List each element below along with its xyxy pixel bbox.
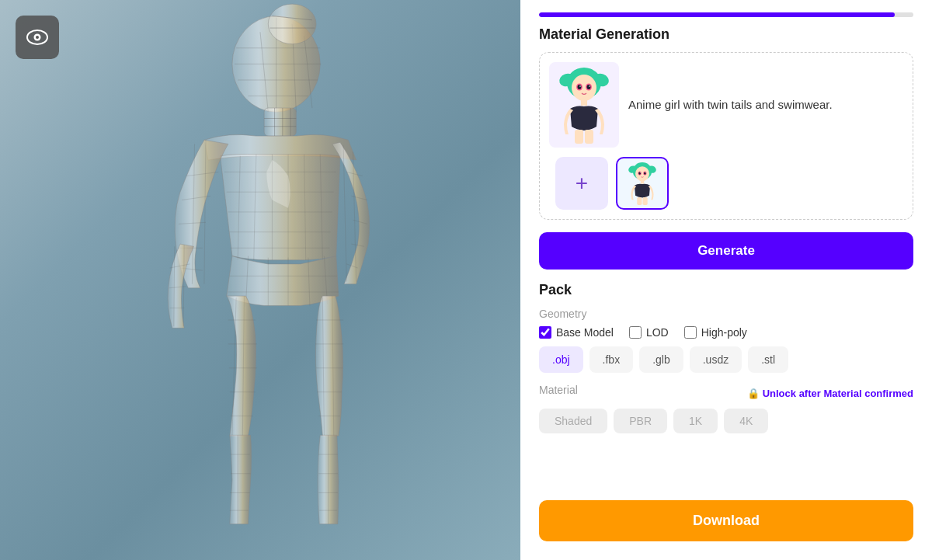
1k-button: 1K: [673, 409, 718, 433]
eye-icon: [26, 30, 48, 45]
svg-point-98: [635, 166, 649, 181]
svg-point-104: [645, 172, 645, 173]
svg-rect-105: [641, 180, 644, 183]
svg-point-91: [589, 85, 590, 87]
format-stl-button[interactable]: .stl: [748, 346, 788, 373]
character-svg: [553, 66, 615, 144]
svg-point-90: [579, 85, 581, 87]
checkbox-row: Base Model LOD High-poly: [539, 326, 913, 339]
geometry-label: Geometry: [539, 308, 913, 320]
progress-bar-track: [539, 12, 913, 17]
plus-icon: +: [576, 171, 588, 196]
material-generation-title: Material Generation: [539, 26, 913, 43]
svg-rect-92: [581, 99, 587, 106]
svg-rect-94: [585, 130, 593, 144]
checkbox-lod-input[interactable]: [629, 326, 642, 339]
checkbox-high-poly[interactable]: High-poly: [684, 326, 747, 339]
unlock-text: Unlock after Material confirmed: [763, 388, 913, 399]
svg-rect-93: [575, 130, 583, 144]
svg-point-101: [638, 172, 641, 174]
svg-rect-15: [264, 108, 296, 136]
checkbox-high-poly-label: High-poly: [701, 326, 747, 339]
progress-area: [539, 0, 913, 26]
character-preview-row: Anime girl with twin tails and swimwear.: [549, 62, 903, 148]
variant-thumbnail-1[interactable]: [616, 157, 669, 210]
viewport-background: [0, 0, 520, 560]
checkbox-base-model-label: Base Model: [556, 326, 614, 339]
format-obj-button[interactable]: .obj: [539, 346, 583, 373]
4k-button: 4K: [724, 409, 768, 433]
svg-point-103: [640, 172, 641, 173]
variant-character-svg: [621, 162, 664, 205]
pbr-button: PBR: [614, 409, 667, 433]
pack-section-title: Pack: [539, 282, 913, 298]
format-fbx-button[interactable]: .fbx: [589, 346, 634, 373]
unlock-link[interactable]: 🔒 Unlock after Material confirmed: [747, 388, 913, 399]
right-panel: Material Generation: [520, 0, 932, 560]
svg-point-85: [572, 75, 596, 101]
lock-icon: 🔒: [747, 388, 760, 399]
material-card: Anime girl with twin tails and swimwear.…: [539, 52, 913, 220]
svg-point-88: [578, 85, 582, 89]
material-generation-section: Material Generation: [539, 26, 913, 220]
svg-rect-107: [643, 197, 648, 205]
checkbox-base-model-input[interactable]: [539, 326, 551, 339]
format-usdz-button[interactable]: .usdz: [690, 346, 742, 373]
checkbox-lod-label: LOD: [646, 326, 669, 339]
svg-point-2: [36, 36, 39, 39]
format-glb-button[interactable]: .glb: [639, 346, 683, 373]
format-row: .obj .fbx .glb .usdz .stl: [539, 346, 913, 373]
mesh-figure: [0, 0, 520, 560]
3d-viewport: [0, 0, 520, 560]
checkbox-high-poly-input[interactable]: [684, 326, 697, 339]
visibility-toggle-button[interactable]: [16, 16, 59, 59]
material-row-header: Material 🔒 Unlock after Material confirm…: [539, 384, 913, 402]
svg-rect-106: [637, 197, 642, 205]
svg-point-89: [587, 85, 591, 89]
checkbox-base-model[interactable]: Base Model: [539, 326, 614, 339]
add-variant-button[interactable]: +: [555, 157, 608, 210]
generate-button[interactable]: Generate: [539, 232, 913, 270]
svg-point-102: [644, 172, 646, 174]
download-button[interactable]: Download: [539, 500, 913, 541]
variant-row: +: [549, 157, 903, 210]
checkbox-lod[interactable]: LOD: [629, 326, 669, 339]
svg-point-12: [268, 4, 316, 44]
character-description: Anime girl with twin tails and swimwear.: [628, 96, 833, 114]
shaded-button: Shaded: [539, 409, 607, 433]
progress-bar-fill: [539, 12, 895, 17]
material-btn-row: Shaded PBR 1K 4K: [539, 409, 913, 433]
pack-section: Pack Geometry Base Model LOD High-poly .…: [539, 282, 913, 446]
character-thumbnail: [549, 62, 619, 148]
material-label: Material: [539, 384, 578, 396]
